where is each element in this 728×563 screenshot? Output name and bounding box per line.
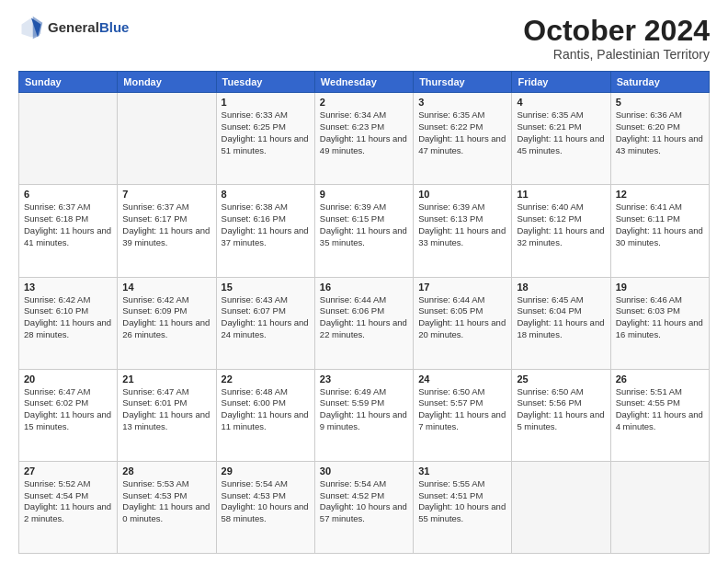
day-number: 3 <box>418 97 506 108</box>
day-number: 20 <box>24 373 112 385</box>
col-wednesday: Wednesday <box>314 72 413 93</box>
day-info: Sunrise: 6:49 AM Sunset: 5:59 PM Dayligh… <box>320 386 408 433</box>
day-number: 30 <box>320 465 408 477</box>
calendar-cell: 16Sunrise: 6:44 AM Sunset: 6:06 PM Dayli… <box>314 277 413 369</box>
day-info: Sunrise: 6:43 AM Sunset: 6:07 PM Dayligh… <box>222 294 310 341</box>
day-info: Sunrise: 6:37 AM Sunset: 6:17 PM Dayligh… <box>122 201 210 248</box>
day-number: 11 <box>517 189 605 200</box>
day-info: Sunrise: 6:44 AM Sunset: 6:06 PM Dayligh… <box>320 294 408 341</box>
calendar-cell: 13Sunrise: 6:42 AM Sunset: 6:10 PM Dayli… <box>19 277 118 369</box>
day-number: 9 <box>320 189 408 200</box>
day-info: Sunrise: 5:51 AM Sunset: 4:55 PM Dayligh… <box>616 386 704 433</box>
day-number: 10 <box>418 189 506 200</box>
logo-text-block: GeneralBlue <box>48 19 129 36</box>
day-info: Sunrise: 6:42 AM Sunset: 6:10 PM Dayligh… <box>24 294 112 341</box>
day-number: 27 <box>24 465 112 477</box>
calendar-cell: 31Sunrise: 5:55 AM Sunset: 4:51 PM Dayli… <box>414 461 512 553</box>
calendar-cell: 29Sunrise: 5:54 AM Sunset: 4:53 PM Dayli… <box>216 461 314 553</box>
calendar-cell: 10Sunrise: 6:39 AM Sunset: 6:13 PM Dayli… <box>414 185 512 277</box>
logo: GeneralBlue <box>18 15 129 40</box>
day-info: Sunrise: 6:48 AM Sunset: 6:00 PM Dayligh… <box>222 386 310 433</box>
day-number: 4 <box>517 97 605 108</box>
calendar-cell: 17Sunrise: 6:44 AM Sunset: 6:05 PM Dayli… <box>414 277 512 369</box>
day-info: Sunrise: 6:38 AM Sunset: 6:16 PM Dayligh… <box>222 201 310 248</box>
calendar-cell: 8Sunrise: 6:38 AM Sunset: 6:16 PM Daylig… <box>216 185 314 277</box>
calendar-cell: 4Sunrise: 6:35 AM Sunset: 6:21 PM Daylig… <box>512 93 610 185</box>
day-number: 21 <box>122 373 210 385</box>
day-number: 25 <box>517 373 605 385</box>
calendar-week-4: 20Sunrise: 6:47 AM Sunset: 6:02 PM Dayli… <box>19 369 710 461</box>
day-info: Sunrise: 6:40 AM Sunset: 6:12 PM Dayligh… <box>517 201 605 248</box>
month-title: October 2024 <box>523 15 710 47</box>
day-info: Sunrise: 6:35 AM Sunset: 6:22 PM Dayligh… <box>418 109 506 156</box>
day-number: 14 <box>122 282 210 293</box>
day-info: Sunrise: 6:39 AM Sunset: 6:15 PM Dayligh… <box>320 201 408 248</box>
day-number: 31 <box>418 465 506 477</box>
calendar-cell: 14Sunrise: 6:42 AM Sunset: 6:09 PM Dayli… <box>118 277 216 369</box>
day-info: Sunrise: 6:50 AM Sunset: 5:57 PM Dayligh… <box>418 386 506 433</box>
calendar-cell: 11Sunrise: 6:40 AM Sunset: 6:12 PM Dayli… <box>512 185 610 277</box>
day-info: Sunrise: 6:47 AM Sunset: 6:02 PM Dayligh… <box>24 386 112 433</box>
calendar-cell <box>118 93 216 185</box>
calendar-header-row: Sunday Monday Tuesday Wednesday Thursday… <box>19 72 710 93</box>
calendar-cell: 15Sunrise: 6:43 AM Sunset: 6:07 PM Dayli… <box>216 277 314 369</box>
day-info: Sunrise: 5:54 AM Sunset: 4:53 PM Dayligh… <box>222 478 310 525</box>
day-info: Sunrise: 6:34 AM Sunset: 6:23 PM Dayligh… <box>320 109 408 156</box>
day-number: 22 <box>222 373 310 385</box>
day-number: 16 <box>320 282 408 293</box>
calendar-cell: 7Sunrise: 6:37 AM Sunset: 6:17 PM Daylig… <box>118 185 216 277</box>
logo-general: GeneralBlue <box>48 19 129 36</box>
day-info: Sunrise: 5:54 AM Sunset: 4:52 PM Dayligh… <box>320 478 408 525</box>
day-number: 26 <box>616 373 704 385</box>
location-title: Rantis, Palestinian Territory <box>523 47 710 62</box>
day-info: Sunrise: 6:37 AM Sunset: 6:18 PM Dayligh… <box>24 201 112 248</box>
day-info: Sunrise: 6:44 AM Sunset: 6:05 PM Dayligh… <box>418 294 506 341</box>
calendar-cell: 5Sunrise: 6:36 AM Sunset: 6:20 PM Daylig… <box>610 93 709 185</box>
day-info: Sunrise: 6:46 AM Sunset: 6:03 PM Dayligh… <box>616 294 704 341</box>
calendar-cell <box>512 461 610 553</box>
day-info: Sunrise: 6:35 AM Sunset: 6:21 PM Dayligh… <box>517 109 605 156</box>
col-sunday: Sunday <box>19 72 118 93</box>
calendar-cell: 6Sunrise: 6:37 AM Sunset: 6:18 PM Daylig… <box>19 185 118 277</box>
day-info: Sunrise: 5:55 AM Sunset: 4:51 PM Dayligh… <box>418 478 506 525</box>
calendar-week-1: 1Sunrise: 6:33 AM Sunset: 6:25 PM Daylig… <box>19 93 710 185</box>
day-number: 7 <box>122 189 210 200</box>
header: GeneralBlue October 2024 Rantis, Palesti… <box>18 15 710 62</box>
calendar-week-2: 6Sunrise: 6:37 AM Sunset: 6:18 PM Daylig… <box>19 185 710 277</box>
day-info: Sunrise: 6:41 AM Sunset: 6:11 PM Dayligh… <box>616 201 704 248</box>
day-number: 13 <box>24 282 112 293</box>
day-info: Sunrise: 6:42 AM Sunset: 6:09 PM Dayligh… <box>122 294 210 341</box>
calendar-cell: 9Sunrise: 6:39 AM Sunset: 6:15 PM Daylig… <box>314 185 413 277</box>
calendar-cell: 21Sunrise: 6:47 AM Sunset: 6:01 PM Dayli… <box>118 369 216 461</box>
calendar-cell: 1Sunrise: 6:33 AM Sunset: 6:25 PM Daylig… <box>216 93 314 185</box>
day-number: 17 <box>418 282 506 293</box>
day-number: 8 <box>222 189 310 200</box>
calendar-week-5: 27Sunrise: 5:52 AM Sunset: 4:54 PM Dayli… <box>19 461 710 553</box>
calendar-cell: 3Sunrise: 6:35 AM Sunset: 6:22 PM Daylig… <box>414 93 512 185</box>
title-block: October 2024 Rantis, Palestinian Territo… <box>523 15 710 62</box>
calendar-table: Sunday Monday Tuesday Wednesday Thursday… <box>18 71 710 554</box>
col-thursday: Thursday <box>414 72 512 93</box>
day-number: 1 <box>222 97 310 108</box>
calendar-cell <box>610 461 709 553</box>
calendar-cell: 19Sunrise: 6:46 AM Sunset: 6:03 PM Dayli… <box>610 277 709 369</box>
calendar-cell <box>19 93 118 185</box>
day-info: Sunrise: 6:47 AM Sunset: 6:01 PM Dayligh… <box>122 386 210 433</box>
col-friday: Friday <box>512 72 610 93</box>
day-info: Sunrise: 5:52 AM Sunset: 4:54 PM Dayligh… <box>24 478 112 525</box>
calendar-cell: 2Sunrise: 6:34 AM Sunset: 6:23 PM Daylig… <box>314 93 413 185</box>
day-info: Sunrise: 5:53 AM Sunset: 4:53 PM Dayligh… <box>122 478 210 525</box>
col-saturday: Saturday <box>610 72 709 93</box>
day-number: 15 <box>222 282 310 293</box>
day-info: Sunrise: 6:39 AM Sunset: 6:13 PM Dayligh… <box>418 201 506 248</box>
calendar-cell: 30Sunrise: 5:54 AM Sunset: 4:52 PM Dayli… <box>314 461 413 553</box>
calendar-cell: 23Sunrise: 6:49 AM Sunset: 5:59 PM Dayli… <box>314 369 413 461</box>
calendar-cell: 18Sunrise: 6:45 AM Sunset: 6:04 PM Dayli… <box>512 277 610 369</box>
day-number: 12 <box>616 189 704 200</box>
day-number: 24 <box>418 373 506 385</box>
day-number: 23 <box>320 373 408 385</box>
day-number: 18 <box>517 282 605 293</box>
calendar-cell: 25Sunrise: 6:50 AM Sunset: 5:56 PM Dayli… <box>512 369 610 461</box>
day-number: 28 <box>122 465 210 477</box>
calendar-week-3: 13Sunrise: 6:42 AM Sunset: 6:10 PM Dayli… <box>19 277 710 369</box>
